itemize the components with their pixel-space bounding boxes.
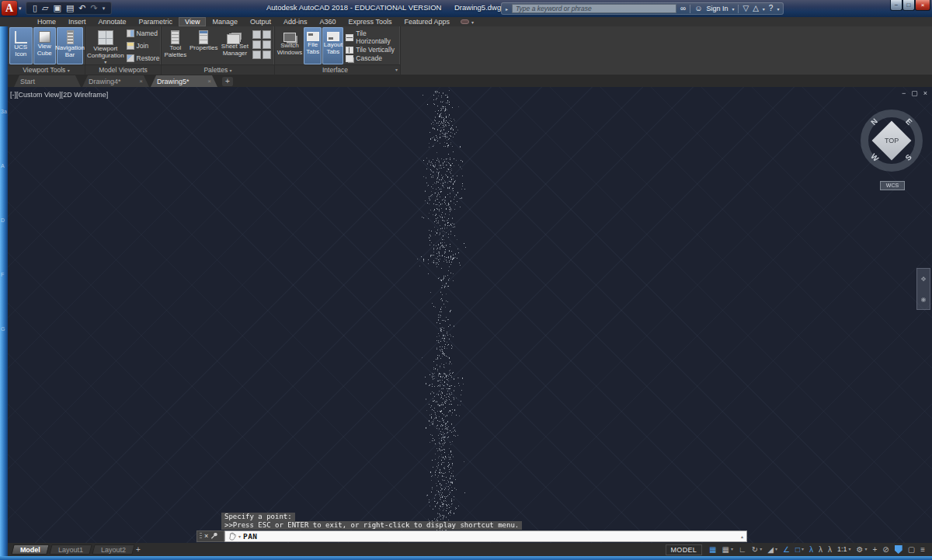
command-close-icon[interactable]: × — [204, 531, 208, 541]
panel-label-viewport-tools[interactable]: Viewport Tools ▾ — [8, 64, 85, 75]
palette-extra-icon[interactable] — [263, 40, 271, 49]
viewport-configuration-button[interactable]: Viewport Configuration ▾ — [87, 27, 124, 64]
app-store-icon[interactable]: ▽ — [742, 3, 749, 14]
palette-extra-icon[interactable] — [252, 30, 261, 39]
plot-icon[interactable]: ▤ — [66, 2, 74, 14]
save-icon[interactable]: ▣ — [54, 2, 61, 14]
help-caret-icon[interactable]: ▾ — [777, 6, 779, 12]
navigation-bar-toggle[interactable]: Navigation Bar — [57, 27, 83, 64]
file-tab-start[interactable]: Start — [14, 75, 81, 87]
palette-extra-icon[interactable] — [263, 50, 271, 59]
new-layout-button[interactable]: + — [136, 545, 141, 554]
ribbon-display-toggle[interactable]: ▾ — [461, 17, 474, 26]
object-snap-tracking-icon[interactable]: ∠ — [781, 544, 792, 555]
command-recent-icon[interactable]: ▴ — [741, 534, 743, 539]
sheet-set-manager-button[interactable]: Sheet Set Manager — [220, 27, 250, 64]
tool-palettes-button[interactable]: Tool Palettes — [163, 27, 188, 64]
redo-icon[interactable]: ↷ — [91, 2, 98, 14]
ribbon-tab-insert[interactable]: Insert — [62, 17, 92, 26]
wcs-menu-button[interactable]: WCS — [880, 181, 905, 190]
zoom-tool-icon[interactable]: ◉ — [921, 296, 927, 303]
search-scope-caret-icon[interactable]: ▸ — [506, 6, 508, 12]
clean-screen-icon[interactable]: ▢ — [906, 544, 917, 555]
object-snap-icon[interactable]: □▾ — [793, 544, 806, 555]
file-tab-drawing5[interactable]: Drawing5*× — [151, 75, 217, 87]
minimize-button[interactable]: − — [890, 0, 902, 11]
ribbon-tab-parametric[interactable]: Parametric — [133, 17, 179, 26]
ribbon-tab-featured-apps[interactable]: Featured Apps — [398, 17, 456, 26]
drawing-minimize-button[interactable]: − — [902, 89, 906, 97]
ucs-icon-toggle[interactable]: UCS Icon — [9, 27, 33, 64]
autodesk-a360-icon[interactable]: △ — [753, 3, 759, 14]
a360-caret-icon[interactable]: ▾ — [763, 6, 765, 12]
tile-horizontally-button[interactable]: Tile Horizontally — [346, 30, 397, 45]
application-menu-button[interactable]: A — [2, 1, 17, 16]
annotation-autoscale-icon[interactable]: λ — [816, 544, 825, 555]
ribbon-tab-add-ins[interactable]: Add-ins — [277, 17, 314, 26]
ribbon-tab-home[interactable]: Home — [31, 17, 62, 26]
file-tabs-toggle[interactable]: File Tabs — [304, 27, 322, 64]
switch-windows-button[interactable]: Switch Windows — [276, 27, 303, 64]
ortho-mode-icon[interactable]: ∟ — [736, 544, 749, 555]
search-input[interactable] — [512, 4, 676, 13]
ribbon-tab-annotate[interactable]: Annotate — [92, 17, 133, 26]
maximize-button[interactable]: □ — [902, 0, 915, 11]
help-icon[interactable]: ? — [769, 3, 774, 14]
panel-label-palettes[interactable]: Palettes ▾ — [162, 64, 274, 75]
search-icon[interactable]: ∞ — [680, 3, 686, 14]
annotation-monitor-icon[interactable]: + — [870, 544, 879, 555]
open-file-icon[interactable]: ▱ — [42, 2, 48, 14]
graphics-performance-icon[interactable] — [892, 545, 905, 554]
layout-tabs-toggle[interactable]: Layout Tabs — [322, 27, 343, 64]
drawing-restore-button[interactable]: ▢ — [911, 89, 918, 97]
ribbon-tab-view[interactable]: View — [179, 17, 206, 26]
panel-expander-icon[interactable]: ▾ — [395, 65, 398, 75]
view-cube-toggle[interactable]: View Cube — [33, 27, 57, 64]
sign-in-button[interactable]: Sign In — [706, 5, 728, 12]
sign-in-caret-icon[interactable]: ▾ — [732, 6, 734, 12]
ribbon-tab-express-tools[interactable]: Express Tools — [343, 17, 398, 26]
join-viewports-button[interactable]: Join — [127, 42, 160, 50]
undo-icon[interactable]: ↶ — [78, 2, 85, 14]
ribbon-tab-manage[interactable]: Manage — [206, 17, 244, 26]
workspace-switching-icon[interactable]: ⚙▾ — [854, 544, 869, 555]
command-options-caret-icon[interactable]: ▾ — [238, 534, 241, 539]
palette-extra-icon[interactable] — [263, 30, 271, 39]
restore-viewports-button[interactable]: Restore — [127, 54, 160, 62]
tab-close-icon[interactable]: × — [139, 78, 143, 85]
new-file-icon[interactable]: ▯ — [33, 2, 37, 14]
layout-tab-model[interactable]: Model — [11, 544, 49, 555]
new-drawing-tab-button[interactable]: + — [222, 77, 233, 86]
ribbon-tab-a360[interactable]: A360 — [314, 17, 343, 26]
command-line-grip[interactable]: × — [196, 530, 224, 542]
viewport-controls-label[interactable]: [-][Custom View][2D Wireframe] — [10, 91, 108, 99]
pan-tool-icon[interactable]: ✥ — [921, 276, 927, 283]
annotation-scale-person-icon[interactable]: λ — [826, 544, 834, 555]
qat-dropdown-icon[interactable]: ▾ — [103, 2, 106, 14]
drawing-close-button[interactable]: × — [923, 89, 927, 97]
cascade-button[interactable]: Cascade — [346, 54, 397, 62]
snap-mode-icon[interactable]: ▦▾ — [720, 544, 736, 555]
customization-icon[interactable]: ≡ — [918, 544, 927, 555]
navigation-bar[interactable]: ✥ ◉ — [916, 268, 930, 310]
customize-wrench-icon[interactable] — [210, 533, 217, 540]
command-input[interactable]: ▾ PAN ▴ — [224, 530, 747, 542]
palette-extra-icon[interactable] — [252, 40, 261, 49]
model-space-toggle[interactable]: MODEL — [666, 544, 703, 555]
application-menu-caret-icon[interactable]: ▾ — [19, 5, 22, 12]
drawing-canvas[interactable]: [-][Custom View][2D Wireframe] − ▢ × N E… — [8, 87, 932, 556]
grid-display-icon[interactable]: ▦ — [707, 544, 718, 555]
properties-button[interactable]: Properties — [189, 27, 219, 64]
isometric-drafting-icon[interactable]: ◢▾ — [765, 544, 780, 555]
polar-tracking-icon[interactable]: ↻▾ — [749, 544, 764, 555]
ribbon-tab-output[interactable]: Output — [244, 17, 277, 26]
annotation-scale-value[interactable]: 1:1▾ — [835, 544, 854, 555]
file-tab-drawing4[interactable]: Drawing4*× — [82, 75, 149, 87]
tab-close-icon[interactable]: × — [207, 78, 211, 85]
viewcube[interactable]: N E S W TOP — [857, 106, 927, 176]
drag-grip-icon[interactable] — [200, 533, 202, 540]
isolate-objects-icon[interactable]: ⊘ — [880, 544, 891, 555]
layout-tab-layout1[interactable]: Layout1 — [49, 544, 92, 555]
close-button[interactable]: × — [915, 0, 930, 11]
annotation-visibility-icon[interactable]: λ — [807, 544, 816, 555]
